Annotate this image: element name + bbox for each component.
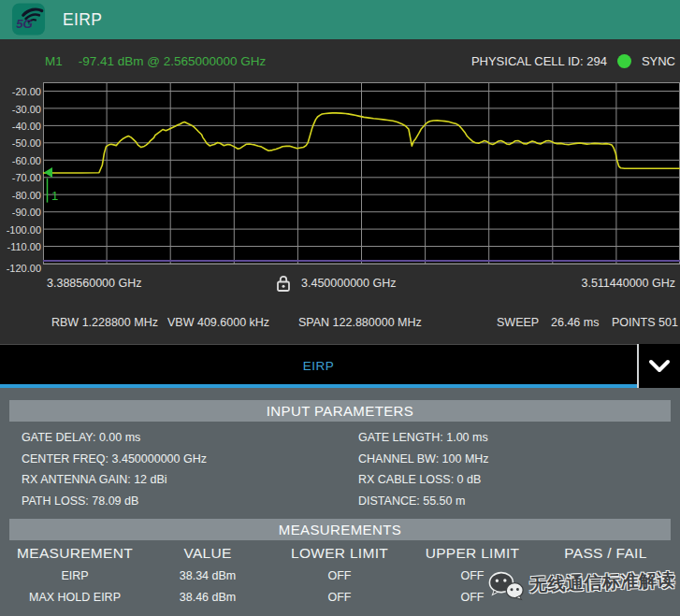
- collapse-panel-button[interactable]: [637, 344, 680, 388]
- eirp-lower: OFF: [273, 569, 406, 582]
- y-tick-label: -70.00: [0, 171, 41, 184]
- stop-frequency-label: 3.511440000 GHz: [581, 277, 675, 290]
- eirp-measurement-screen: 5G EIRP M1 -97.41 dBm @ 2.565000000 GHz …: [0, 0, 680, 616]
- eirp-name: EIRP: [7, 569, 142, 582]
- page-title: EIRP: [63, 0, 102, 39]
- points-readout: POINTS 501: [612, 316, 678, 329]
- vbw-readout: VBW 409.6000 kHz: [167, 316, 269, 329]
- start-frequency-label: 3.388560000 GHz: [47, 277, 141, 290]
- svg-text:1: 1: [51, 189, 58, 203]
- gate-length-value: GATE LENGTH: 1.00 ms: [358, 427, 488, 448]
- sweep-label: SWEEP: [497, 316, 539, 329]
- rx-antenna-gain-value: RX ANTENNA GAIN: 12 dBi: [22, 469, 167, 490]
- marker-label: M1: [45, 54, 63, 68]
- tab-eirp[interactable]: EIRP: [0, 344, 637, 388]
- y-tick-label: -20.00: [0, 85, 41, 98]
- distance-value: DISTANCE: 55.50 m: [358, 491, 465, 511]
- y-tick-label: -110.00: [0, 240, 41, 253]
- gate-delay-value: GATE DELAY: 0.00 ms: [22, 427, 140, 448]
- span-lock-icon[interactable]: [275, 274, 292, 293]
- y-tick-label: -50.00: [0, 136, 41, 150]
- y-tick-label: -30.00: [0, 103, 41, 116]
- col-lower-limit: LOWER LIMIT: [273, 545, 406, 562]
- rx-cable-loss-value: RX CABLE LOSS: 0 dB: [358, 469, 481, 490]
- y-tick-label: -100.00: [0, 223, 41, 236]
- center-freq-value: CENTER FREQ: 3.450000000 GHz: [22, 449, 207, 469]
- max-hold-eirp-value: 38.46 dBm: [142, 591, 273, 604]
- y-tick-label: -90.00: [0, 206, 41, 219]
- eirp-value: 38.34 dBm: [142, 569, 273, 582]
- sync-label: SYNC: [642, 54, 675, 68]
- y-tick-label: -60.00: [0, 154, 41, 167]
- rbw-readout: RBW 1.228800 MHz: [51, 316, 158, 329]
- spectrum-plot[interactable]: 1: [43, 82, 680, 265]
- max-hold-eirp-lower: OFF: [273, 591, 406, 604]
- input-parameters-header: INPUT PARAMETERS: [9, 400, 671, 422]
- max-hold-eirp-name: MAX HOLD EIRP: [7, 591, 142, 604]
- sweep-time-readout: 26.46 ms: [551, 316, 599, 329]
- col-value: VALUE: [142, 545, 273, 562]
- center-frequency-label: 3.450000000 GHz: [301, 277, 396, 290]
- marker-status-bar: M1 -97.41 dBm @ 2.565000000 GHz PHYSICAL…: [0, 39, 680, 82]
- col-upper-limit: UPPER LIMIT: [406, 545, 539, 562]
- sync-indicator-icon: [617, 54, 631, 68]
- eirp-upper: OFF: [406, 569, 539, 582]
- physical-cell-id: PHYSICAL CELL ID: 294: [471, 54, 607, 68]
- marker-value: -97.41 dBm @ 2.565000000 GHz: [79, 54, 267, 68]
- span-readout: SPAN 122.880000 MHz: [298, 316, 422, 329]
- svg-text:5G: 5G: [16, 17, 33, 31]
- channel-bw-value: CHANNEL BW: 100 MHz: [358, 449, 489, 469]
- y-tick-label: -40.00: [0, 120, 41, 133]
- measurements-header: MEASUREMENTS: [9, 519, 671, 540]
- col-measurement: MEASUREMENT: [7, 545, 142, 562]
- col-pass-fail: PASS / FAIL: [539, 545, 673, 562]
- 5g-app-icon: 5G: [11, 3, 46, 36]
- cell-sync-status: PHYSICAL CELL ID: 294 SYNC: [471, 39, 675, 82]
- chevron-down-icon: [647, 358, 672, 375]
- y-tick-label: -80.00: [0, 189, 41, 202]
- marker-readout: M1 -97.41 dBm @ 2.565000000 GHz: [45, 39, 266, 82]
- max-hold-eirp-upper: OFF: [406, 591, 539, 604]
- path-loss-value: PATH LOSS: 78.09 dB: [22, 491, 138, 511]
- y-tick-label: -120.00: [0, 262, 41, 275]
- title-bar: 5G EIRP: [0, 0, 680, 39]
